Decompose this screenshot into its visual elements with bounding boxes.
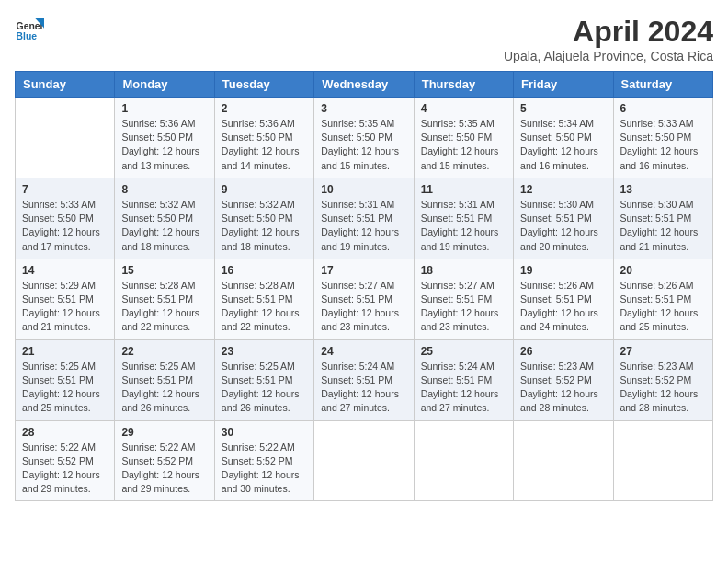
day-info: Sunrise: 5:26 AM Sunset: 5:51 PM Dayligh… — [620, 279, 706, 335]
title-block: April 2024 Upala, Alajuela Province, Cos… — [504, 15, 713, 63]
day-number: 15 — [121, 264, 207, 277]
calendar-week-3: 14 Sunrise: 5:29 AM Sunset: 5:51 PM Dayl… — [16, 259, 713, 339]
day-number: 17 — [321, 264, 406, 277]
calendar-table: SundayMondayTuesdayWednesdayThursdayFrid… — [15, 71, 713, 501]
calendar-cell: 20 Sunrise: 5:26 AM Sunset: 5:51 PM Dayl… — [613, 259, 712, 339]
sunset-text: Sunset: 5:51 PM — [321, 374, 392, 385]
sunrise-text: Sunrise: 5:32 AM — [222, 199, 295, 210]
calendar-cell: 27 Sunrise: 5:23 AM Sunset: 5:52 PM Dayl… — [613, 339, 712, 420]
daylight-text: Daylight: 12 hours and 17 minutes. — [22, 226, 100, 251]
calendar-cell: 10 Sunrise: 5:31 AM Sunset: 5:51 PM Dayl… — [314, 178, 414, 259]
location-subtitle: Upala, Alajuela Province, Costa Rica — [504, 49, 713, 63]
svg-text:Blue: Blue — [17, 31, 38, 41]
daylight-text: Daylight: 12 hours and 26 minutes. — [121, 388, 199, 413]
day-number: 20 — [620, 264, 706, 277]
day-number: 11 — [421, 183, 506, 196]
calendar-cell: 19 Sunrise: 5:26 AM Sunset: 5:51 PM Dayl… — [514, 259, 613, 339]
daylight-text: Daylight: 12 hours and 23 minutes. — [321, 307, 399, 332]
sunset-text: Sunset: 5:52 PM — [222, 455, 293, 466]
day-info: Sunrise: 5:22 AM Sunset: 5:52 PM Dayligh… — [22, 441, 108, 497]
logo: General Blue — [15, 15, 44, 44]
daylight-text: Daylight: 12 hours and 21 minutes. — [620, 226, 699, 251]
calendar-cell: 15 Sunrise: 5:28 AM Sunset: 5:51 PM Dayl… — [115, 259, 214, 339]
sunset-text: Sunset: 5:51 PM — [22, 293, 94, 304]
daylight-text: Daylight: 12 hours and 27 minutes. — [421, 388, 499, 413]
day-number: 30 — [222, 426, 307, 439]
day-info: Sunrise: 5:23 AM Sunset: 5:52 PM Dayligh… — [520, 360, 606, 416]
daylight-text: Daylight: 12 hours and 20 minutes. — [520, 226, 598, 251]
calendar-week-5: 28 Sunrise: 5:22 AM Sunset: 5:52 PM Dayl… — [16, 420, 713, 501]
calendar-cell: 1 Sunrise: 5:36 AM Sunset: 5:50 PM Dayli… — [115, 98, 214, 178]
day-number: 19 — [520, 264, 606, 277]
calendar-cell: 2 Sunrise: 5:36 AM Sunset: 5:50 PM Dayli… — [214, 98, 313, 178]
daylight-text: Daylight: 12 hours and 28 minutes. — [520, 388, 598, 413]
day-info: Sunrise: 5:28 AM Sunset: 5:51 PM Dayligh… — [222, 279, 307, 335]
sunset-text: Sunset: 5:51 PM — [620, 293, 692, 304]
day-number: 18 — [421, 264, 506, 277]
day-number: 12 — [520, 183, 606, 196]
sunrise-text: Sunrise: 5:27 AM — [421, 280, 495, 291]
sunrise-text: Sunrise: 5:24 AM — [321, 361, 394, 372]
day-info: Sunrise: 5:23 AM Sunset: 5:52 PM Dayligh… — [620, 360, 706, 416]
daylight-text: Daylight: 12 hours and 13 minutes. — [121, 145, 199, 170]
daylight-text: Daylight: 12 hours and 23 minutes. — [421, 307, 499, 332]
sunset-text: Sunset: 5:50 PM — [421, 132, 493, 143]
weekday-header-sunday: Sunday — [16, 72, 115, 98]
calendar-cell: 23 Sunrise: 5:25 AM Sunset: 5:51 PM Dayl… — [214, 339, 313, 420]
day-info: Sunrise: 5:32 AM Sunset: 5:50 PM Dayligh… — [222, 198, 307, 254]
day-info: Sunrise: 5:27 AM Sunset: 5:51 PM Dayligh… — [321, 279, 406, 335]
day-number: 26 — [520, 345, 606, 358]
day-number: 25 — [421, 345, 506, 358]
calendar-cell: 3 Sunrise: 5:35 AM Sunset: 5:50 PM Dayli… — [314, 98, 414, 178]
daylight-text: Daylight: 12 hours and 16 minutes. — [520, 145, 598, 170]
calendar-cell — [414, 420, 513, 501]
day-number: 4 — [421, 102, 506, 115]
sunrise-text: Sunrise: 5:33 AM — [22, 199, 96, 210]
weekday-header-friday: Friday — [514, 72, 613, 98]
sunrise-text: Sunrise: 5:26 AM — [620, 280, 694, 291]
sunrise-text: Sunrise: 5:26 AM — [520, 280, 594, 291]
calendar-cell — [613, 420, 712, 501]
day-info: Sunrise: 5:27 AM Sunset: 5:51 PM Dayligh… — [421, 279, 506, 335]
day-info: Sunrise: 5:22 AM Sunset: 5:52 PM Dayligh… — [121, 441, 207, 497]
calendar-cell: 25 Sunrise: 5:24 AM Sunset: 5:51 PM Dayl… — [414, 339, 513, 420]
sunset-text: Sunset: 5:50 PM — [321, 132, 392, 143]
daylight-text: Daylight: 12 hours and 29 minutes. — [121, 469, 199, 494]
day-number: 10 — [321, 183, 406, 196]
daylight-text: Daylight: 12 hours and 27 minutes. — [321, 388, 399, 413]
sunrise-text: Sunrise: 5:23 AM — [520, 361, 594, 372]
sunset-text: Sunset: 5:52 PM — [22, 455, 94, 466]
day-number: 22 — [121, 345, 207, 358]
sunrise-text: Sunrise: 5:27 AM — [321, 280, 394, 291]
sunset-text: Sunset: 5:51 PM — [321, 293, 392, 304]
daylight-text: Daylight: 12 hours and 18 minutes. — [121, 226, 199, 251]
calendar-cell: 8 Sunrise: 5:32 AM Sunset: 5:50 PM Dayli… — [115, 178, 214, 259]
calendar-cell: 14 Sunrise: 5:29 AM Sunset: 5:51 PM Dayl… — [16, 259, 115, 339]
daylight-text: Daylight: 12 hours and 26 minutes. — [222, 388, 300, 413]
day-info: Sunrise: 5:32 AM Sunset: 5:50 PM Dayligh… — [121, 198, 207, 254]
calendar-cell: 22 Sunrise: 5:25 AM Sunset: 5:51 PM Dayl… — [115, 339, 214, 420]
day-number: 1 — [121, 102, 207, 115]
day-number: 8 — [121, 183, 207, 196]
calendar-week-2: 7 Sunrise: 5:33 AM Sunset: 5:50 PM Dayli… — [16, 178, 713, 259]
day-number: 21 — [22, 345, 108, 358]
sunrise-text: Sunrise: 5:22 AM — [121, 442, 195, 453]
calendar-cell: 9 Sunrise: 5:32 AM Sunset: 5:50 PM Dayli… — [214, 178, 313, 259]
sunrise-text: Sunrise: 5:22 AM — [22, 442, 96, 453]
sunrise-text: Sunrise: 5:29 AM — [22, 280, 96, 291]
calendar-cell: 4 Sunrise: 5:35 AM Sunset: 5:50 PM Dayli… — [414, 98, 513, 178]
weekday-header-saturday: Saturday — [613, 72, 712, 98]
sunrise-text: Sunrise: 5:25 AM — [121, 361, 195, 372]
daylight-text: Daylight: 12 hours and 15 minutes. — [421, 145, 499, 170]
day-info: Sunrise: 5:31 AM Sunset: 5:51 PM Dayligh… — [321, 198, 406, 254]
sunset-text: Sunset: 5:50 PM — [520, 132, 592, 143]
day-number: 29 — [121, 426, 207, 439]
daylight-text: Daylight: 12 hours and 16 minutes. — [620, 145, 699, 170]
calendar-week-4: 21 Sunrise: 5:25 AM Sunset: 5:51 PM Dayl… — [16, 339, 713, 420]
sunset-text: Sunset: 5:51 PM — [321, 213, 392, 224]
day-info: Sunrise: 5:30 AM Sunset: 5:51 PM Dayligh… — [620, 198, 706, 254]
calendar-cell: 12 Sunrise: 5:30 AM Sunset: 5:51 PM Dayl… — [514, 178, 613, 259]
day-info: Sunrise: 5:36 AM Sunset: 5:50 PM Dayligh… — [222, 117, 307, 173]
sunrise-text: Sunrise: 5:33 AM — [620, 118, 694, 129]
weekday-header-row: SundayMondayTuesdayWednesdayThursdayFrid… — [16, 72, 713, 98]
